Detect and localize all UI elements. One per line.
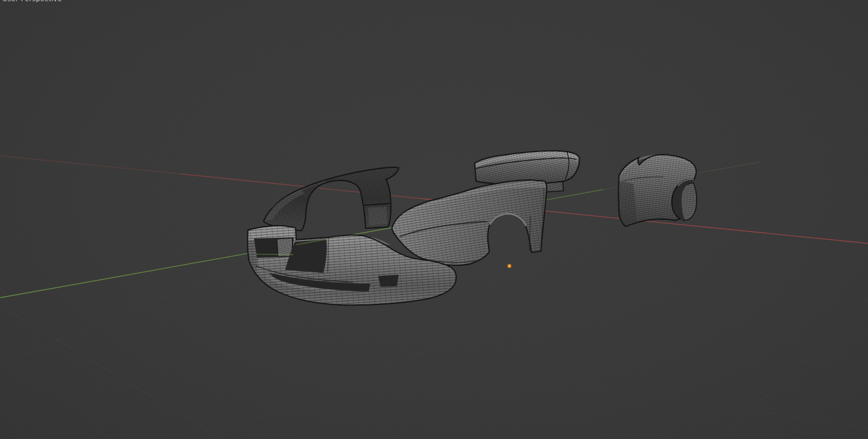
3d-viewport[interactable]: User Perspective — [0, 0, 868, 439]
axis-y-duct-segment — [256, 254, 293, 255]
rear-quarter-panel-mesh[interactable] — [618, 155, 697, 226]
axis-x-far-segment — [0, 156, 181, 174]
lower-vent-opening — [378, 275, 399, 287]
grid-line — [580, 387, 868, 427]
grid-line — [212, 286, 591, 436]
grid-line — [0, 260, 259, 364]
object-origin-dot[interactable] — [507, 264, 511, 268]
viewport-canvas[interactable] — [0, 0, 868, 439]
grid-line — [0, 306, 222, 439]
grid-line — [0, 164, 386, 171]
grid-line — [723, 298, 868, 439]
side-quarter-panel-mesh[interactable] — [392, 180, 547, 265]
